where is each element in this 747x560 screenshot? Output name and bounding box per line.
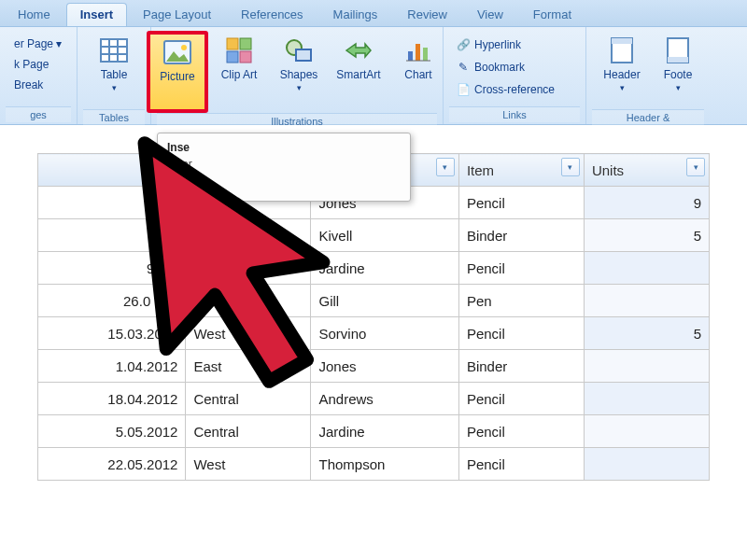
cell-rep: Sorvino	[311, 317, 458, 350]
footer-label: Foote	[664, 69, 693, 82]
footer-button[interactable]: Foote	[653, 31, 703, 109]
cell-date: 26.0 012	[38, 285, 186, 317]
help-icon: ❔	[167, 178, 182, 193]
cell-region: West	[186, 448, 311, 481]
picture-button[interactable]: Picture	[147, 31, 208, 113]
group-title-pages: ges	[6, 106, 71, 122]
cell-rep: Gill	[311, 285, 458, 317]
cross-reference-icon: 📄	[456, 82, 471, 97]
table-row[interactable]: 22.05.2012WestThompsonPencil	[38, 448, 710, 481]
tab-insert[interactable]: Insert	[66, 3, 127, 26]
tooltip-body: Inser	[167, 158, 401, 171]
group-title-headerfooter: Header &	[592, 109, 704, 125]
tab-references[interactable]: References	[227, 3, 317, 26]
cell-units	[584, 252, 709, 285]
smartart-button[interactable]: SmartArt	[330, 31, 388, 109]
tab-review[interactable]: Review	[393, 3, 461, 26]
svg-rect-8	[240, 38, 251, 49]
tab-home[interactable]: Home	[4, 3, 64, 26]
cell-item: Pencil	[458, 415, 584, 448]
table-icon	[98, 35, 130, 66]
header-icon	[606, 35, 638, 66]
group-tables: Table Tables	[78, 27, 151, 124]
table-button[interactable]: Table	[85, 31, 143, 109]
table-row[interactable]: 18.04.2012CentralAndrewsPencil	[38, 383, 710, 415]
tooltip-help-text: Pres	[188, 179, 211, 192]
svg-rect-20	[668, 57, 688, 63]
table-row[interactable]: 9. 12lJardinePencil	[38, 252, 710, 285]
cell-item: Pencil	[458, 383, 584, 415]
picture-tooltip: Inse Inser ❔ Pres	[157, 133, 411, 202]
chart-button[interactable]: Chart	[389, 31, 447, 109]
page-break-button[interactable]: Break	[7, 76, 68, 94]
cell-rep: Andrews	[311, 383, 458, 415]
cover-page-button[interactable]: er Page ▾	[7, 35, 68, 53]
cell-region: Central	[186, 415, 311, 448]
cell-region: Cent	[186, 285, 311, 317]
tab-view[interactable]: View	[463, 3, 517, 26]
cell-region: Central	[186, 383, 311, 415]
header-units[interactable]: Units▾	[584, 154, 709, 187]
cell-rep: Thompson	[311, 448, 458, 481]
cross-reference-button[interactable]: 📄 Cross-reference	[449, 79, 561, 100]
tab-format[interactable]: Format	[519, 3, 585, 26]
table-row[interactable]: 15.03.2012WestSorvinoPencil5	[38, 317, 710, 350]
svg-rect-18	[612, 38, 632, 44]
svg-rect-12	[296, 49, 311, 61]
cell-units	[584, 383, 709, 415]
cell-item: Pencil	[458, 187, 584, 219]
cell-item: Pencil	[458, 448, 584, 481]
bookmark-button[interactable]: ✎ Bookmark	[449, 57, 561, 77]
svg-rect-15	[423, 48, 428, 61]
tab-page-layout[interactable]: Page Layout	[129, 3, 225, 26]
clip-art-icon	[223, 35, 255, 66]
tab-mailings[interactable]: Mailings	[319, 3, 392, 26]
svg-rect-14	[416, 44, 420, 61]
filter-icon[interactable]: ▾	[561, 158, 580, 176]
shapes-button[interactable]: Shapes	[270, 31, 328, 109]
blank-page-button[interactable]: k Page	[7, 55, 68, 74]
bookmark-icon: ✎	[456, 60, 471, 75]
filter-icon[interactable]: ▾	[686, 158, 705, 176]
clip-art-button[interactable]: Clip Art	[210, 31, 268, 109]
header-button[interactable]: Header	[593, 31, 651, 109]
cell-date: 9. 12	[38, 252, 186, 285]
smartart-label: SmartArt	[336, 69, 380, 82]
svg-rect-9	[227, 51, 238, 63]
picture-label: Picture	[160, 71, 194, 84]
chart-icon	[402, 35, 434, 66]
cell-units: 9	[584, 187, 709, 219]
hyperlink-icon: 🔗	[456, 37, 471, 52]
cell-date: 2	[38, 219, 186, 252]
header-item[interactable]: Item▾	[458, 154, 584, 187]
table-row[interactable]: 26.0 012CentGillPen	[38, 285, 710, 317]
cell-region: l	[186, 219, 311, 252]
shapes-icon	[283, 35, 315, 66]
group-title-tables: Tables	[83, 109, 145, 125]
group-pages-fragment: er Page ▾ k Page Break ges	[0, 27, 78, 124]
table-row[interactable]: 1.04.2012EastJonesBinder	[38, 350, 710, 383]
cross-reference-label: Cross-reference	[474, 83, 555, 96]
cell-region: East	[186, 350, 311, 383]
cell-item: Pencil	[458, 317, 584, 350]
table-row[interactable]: 2lKivellBinder5	[38, 219, 710, 252]
cell-rep: Jones	[311, 350, 458, 383]
hyperlink-button[interactable]: 🔗 Hyperlink	[449, 35, 561, 55]
cell-units	[584, 448, 709, 481]
header-label: Header	[603, 69, 640, 82]
table-row[interactable]: 5.05.2012CentralJardinePencil	[38, 415, 710, 448]
svg-point-6	[181, 45, 187, 50]
cell-item: Binder	[458, 350, 584, 383]
cell-units	[584, 415, 709, 448]
filter-icon[interactable]: ▾	[436, 158, 455, 176]
tooltip-title: Inse	[167, 141, 401, 154]
header-dropdown-icon	[620, 82, 625, 92]
group-links: 🔗 Hyperlink ✎ Bookmark 📄 Cross-reference…	[444, 27, 586, 124]
ribbon-tabs: Home Insert Page Layout References Maili…	[0, 0, 747, 27]
smartart-icon	[343, 35, 374, 66]
cell-date: 22.05.2012	[38, 448, 186, 481]
cell-date: 1.04.2012	[38, 350, 186, 383]
svg-rect-13	[408, 51, 413, 61]
picture-icon	[162, 36, 193, 68]
hyperlink-label: Hyperlink	[474, 38, 521, 51]
